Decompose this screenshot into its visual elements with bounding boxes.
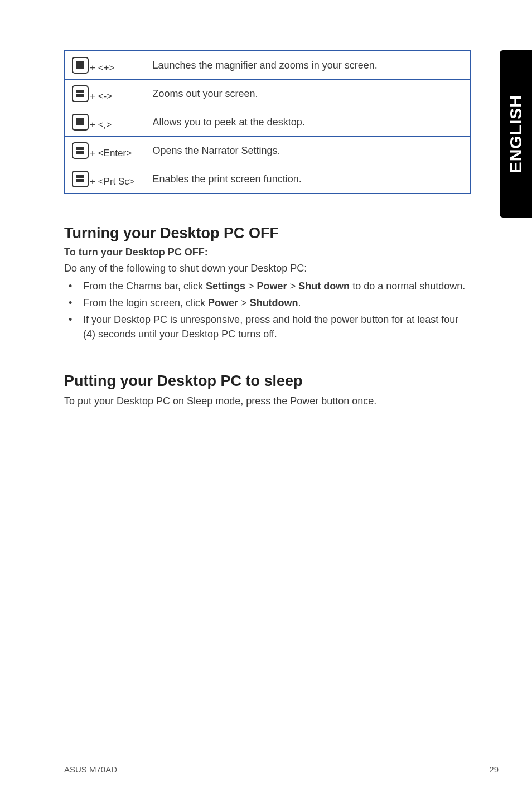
shortcut-keys: + <,> [65, 108, 146, 137]
text: > [245, 281, 257, 292]
text-bold: Power [208, 297, 238, 308]
page-footer: ASUS M70AD 29 [64, 760, 499, 774]
page-content: + <+> Launches the magnifier and zooms i… [0, 0, 532, 408]
shortcut-keys: + <Prt Sc> [65, 165, 146, 194]
language-tab: ENGLISH [500, 50, 532, 218]
windows-key-icon [72, 57, 89, 74]
text: From the Charms bar, click [83, 281, 206, 292]
table-row: + <Enter> Opens the Narrator Settings. [65, 137, 470, 165]
text-bold: Shut down [298, 281, 350, 292]
table-row: + <-> Zooms out your screen. [65, 80, 470, 108]
windows-key-icon [72, 142, 89, 159]
text: If your Desktop PC is unresponsive, pres… [83, 314, 458, 340]
footer-page-number: 29 [489, 765, 499, 774]
text: to do a normal shutdown. [350, 281, 465, 292]
shortcut-combo: + <-> [90, 91, 112, 102]
text: > [238, 297, 250, 308]
list-item: From the login screen, click Power > Shu… [64, 296, 471, 310]
shortcut-keys: + <-> [65, 80, 146, 108]
heading-prefix: Turning your [64, 225, 160, 241]
text: From the login screen, click [83, 297, 208, 308]
shortcut-combo: + <,> [90, 119, 112, 130]
intro-text: Do any of the following to shut down you… [64, 262, 471, 276]
shortcut-desc: Launches the magnifier and zooms in your… [146, 51, 470, 80]
section-heading-sleep: Putting your Desktop PC to sleep [64, 373, 471, 390]
language-tab-label: ENGLISH [506, 95, 525, 173]
table-row: + <,> Allows you to peek at the desktop. [65, 108, 470, 137]
text-bold: Settings [206, 281, 245, 292]
subheading: To turn your Desktop PC OFF: [64, 247, 471, 258]
shortcut-desc: Zooms out your screen. [146, 80, 470, 108]
shortcut-desc: Allows you to peek at the desktop. [146, 108, 470, 137]
table-row: + <Prt Sc> Enables the print screen func… [65, 165, 470, 194]
windows-key-icon [72, 85, 89, 102]
shortcut-desc: Opens the Narrator Settings. [146, 137, 470, 165]
text: . [298, 297, 301, 308]
list-item: If your Desktop PC is unresponsive, pres… [64, 312, 471, 341]
list-item: From the Charms bar, click Settings > Po… [64, 279, 471, 293]
shortcut-combo: + <+> [90, 62, 114, 73]
shortcut-keys: + <+> [65, 51, 146, 80]
windows-key-icon [72, 114, 89, 131]
shortcuts-table: + <+> Launches the magnifier and zooms i… [64, 50, 471, 194]
footer-model: ASUS M70AD [64, 765, 117, 774]
windows-key-icon [72, 171, 89, 187]
shortcut-combo: + <Enter> [90, 148, 132, 158]
shortcut-desc: Enables the print screen function. [146, 165, 470, 194]
section-heading-turn-off: Turning your Desktop PC OFF [64, 225, 471, 242]
bullet-list: From the Charms bar, click Settings > Po… [64, 279, 471, 341]
table-row: + <+> Launches the magnifier and zooms i… [65, 51, 470, 80]
heading-bold: Desktop PC OFF [160, 225, 279, 241]
shortcut-combo: + <Prt Sc> [90, 176, 135, 187]
body-text: To put your Desktop PC on Sleep mode, pr… [64, 394, 471, 408]
text: > [287, 281, 299, 292]
text-bold: Power [257, 281, 287, 292]
shortcut-keys: + <Enter> [65, 137, 146, 165]
text-bold: Shutdown [250, 297, 298, 308]
